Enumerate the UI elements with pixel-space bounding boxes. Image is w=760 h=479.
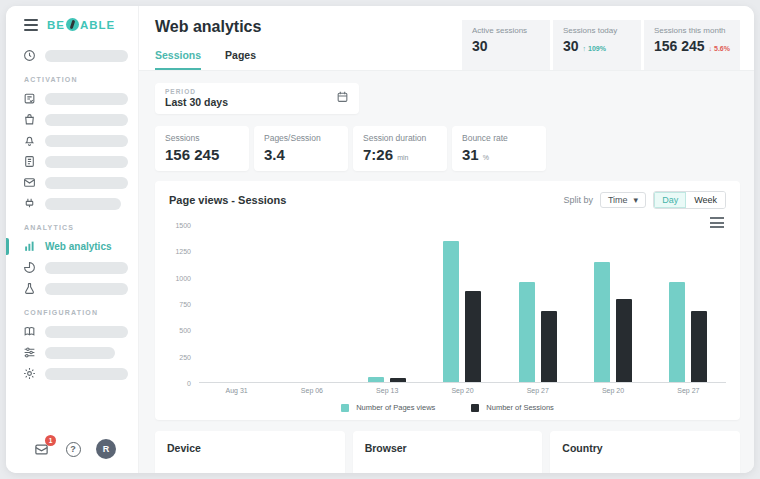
sidebar-item-placeholder[interactable] [6,342,138,363]
split-by-label: Split by [563,195,593,205]
stat-value: 31 % [462,146,536,163]
bar-group [274,225,349,382]
help-button[interactable]: ? [64,440,82,458]
sidebar-item-placeholder[interactable] [6,321,138,342]
stats-row: Sessions 156 245 Pages/Session 3.4 Sessi… [155,126,740,171]
redacted-label [45,135,128,147]
stat-label: Pages/Session [264,133,338,143]
redacted-label [45,198,121,210]
logo-suffix: ABLE [80,19,115,31]
chart-x-axis: Aug 31Sep 06Sep 13Sep 20Sep 27Sep 20Sep … [199,387,726,394]
legend-swatch-icon [341,404,349,412]
stat-label: Bounce rate [462,133,536,143]
sidebar-item-placeholder[interactable] [6,363,138,384]
chart-controls: Split by Time ▾ Day Week [563,191,726,209]
chart-plot [199,225,726,383]
bar-pages-views[interactable] [669,282,685,382]
tab-sessions[interactable]: Sessions [155,49,201,70]
split-by-value: Time [608,195,628,205]
toggle-week-button[interactable]: Week [686,192,725,208]
stat-number: 3.4 [264,146,285,163]
sidebar-item-placeholder[interactable] [6,130,138,151]
bar-sessions[interactable] [390,378,406,382]
kpi-delta-value: 5.6% [714,45,730,52]
redacted-label [45,326,128,338]
stat-label: Session duration [363,133,437,143]
sidebar-item-placeholder[interactable] [6,88,138,109]
flask-icon [23,282,36,295]
browser-card-title: Browser [365,442,531,454]
kpi-sessions-month: Sessions this month 156 245 ↓ 5.6% [644,20,740,70]
chart-title: Page views - Sessions [169,194,286,206]
stat-unit: min [397,154,408,161]
book-icon [23,325,36,338]
period-value: Last 30 days [165,96,228,108]
sidebar-item-placeholder[interactable] [6,193,138,214]
country-card-title: Country [562,442,728,454]
gear-icon [23,367,36,380]
chart-menu-icon[interactable] [710,217,724,228]
bar-group [199,225,274,382]
stat-number: 31 [462,146,479,163]
kpi-label: Sessions this month [654,26,730,35]
stat-session-duration: Session duration 7:26 min [353,126,447,171]
legend-label: Number of Sessions [486,403,554,412]
avatar[interactable]: R [96,439,116,459]
legend-item[interactable]: Number of Pages views [341,403,435,412]
sidebar-item-placeholder[interactable] [6,45,138,66]
legend-swatch-icon [471,404,479,412]
sidebar-item-placeholder[interactable] [6,151,138,172]
app-window: BE ABLE ACTIVATION [6,6,754,473]
legend-item[interactable]: Number of Sessions [471,403,554,412]
x-tick-label: Sep 20 [575,387,650,394]
logo-prefix: BE [47,19,65,31]
period-selector[interactable]: PERIOD Last 30 days [155,83,359,114]
bar-sessions[interactable] [616,299,632,382]
browser-card: Browser [353,431,543,473]
kpi-label: Active sessions [472,26,540,35]
sidebar-item-placeholder[interactable] [6,278,138,299]
legend-label: Number of Pages views [356,403,435,412]
sidebar-item-placeholder[interactable] [6,257,138,278]
toggle-day-button[interactable]: Day [654,192,686,208]
y-tick-label: 0 [187,380,191,387]
chart-body: 0250500750100012501500 [169,225,726,383]
kpi-cards: Active sessions 30 Sessions today 30 ↑ 1… [462,20,740,70]
document-icon [23,155,36,168]
bar-pages-views[interactable] [368,377,384,382]
sidebar-item-web-analytics[interactable]: Web analytics [6,236,138,257]
chart-card: Page views - Sessions Split by Time ▾ Da… [155,181,740,420]
bar-sessions[interactable] [691,311,707,382]
tab-bar: Sessions Pages [155,49,261,70]
redacted-label [45,114,128,126]
chart-legend: Number of Pages viewsNumber of Sessions [169,403,726,412]
redacted-label [45,368,128,380]
arrow-down-icon: ↓ [709,45,713,52]
bar-sessions[interactable] [541,311,557,382]
chart-header: Page views - Sessions Split by Time ▾ Da… [169,191,726,209]
bar-group [575,225,650,382]
stat-bounce-rate: Bounce rate 31 % [452,126,546,171]
tab-pages[interactable]: Pages [225,49,256,70]
day-week-toggle: Day Week [653,191,726,209]
stat-value: 7:26 min [363,146,437,163]
kpi-delta-value: 109% [588,45,606,52]
bar-pages-views[interactable] [443,241,459,382]
section-label-configuration: CONFIGURATION [6,299,138,321]
bar-sessions[interactable] [465,291,481,382]
sidebar-item-placeholder[interactable] [6,109,138,130]
chevron-down-icon: ▾ [634,195,639,205]
bell-icon [23,134,36,147]
y-tick-label: 1000 [175,275,191,282]
redacted-label [45,50,128,62]
bar-pages-views[interactable] [519,282,535,382]
hamburger-menu-icon[interactable] [24,19,38,31]
sidebar-item-placeholder[interactable] [6,172,138,193]
split-by-select[interactable]: Time ▾ [600,192,646,208]
inbox-button[interactable]: 1 [32,440,50,458]
y-tick-label: 750 [179,301,191,308]
stat-value: 3.4 [264,146,338,163]
plug-icon [23,197,36,210]
bar-pages-views[interactable] [594,262,610,382]
notification-badge: 1 [45,435,56,446]
